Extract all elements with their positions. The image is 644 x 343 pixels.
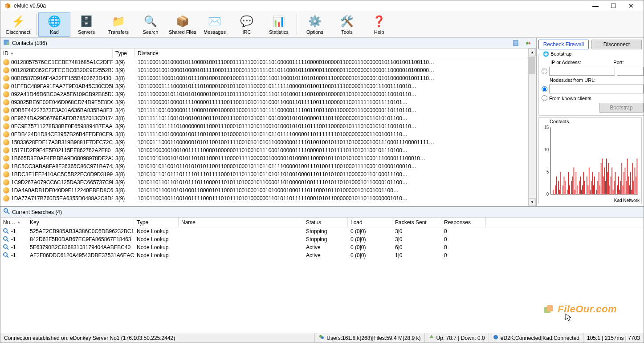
- cell-type: 3(9): [113, 59, 135, 65]
- svg-rect-13: [558, 181, 559, 194]
- table-row[interactable]: 1C9D267A079CC6C125DA3FC665737C9E3(9)1010…: [0, 178, 528, 186]
- col-load[interactable]: Load: [348, 218, 392, 227]
- node-orb-icon: [3, 179, 9, 186]
- kad-button[interactable]: 🌐Kad: [38, 12, 70, 37]
- cell-pkt: 3|0: [392, 228, 441, 234]
- right-disconnect-button[interactable]: Disconnect: [591, 40, 642, 49]
- cell-distance: 1011100000101101010100001001011011110101…: [135, 91, 528, 97]
- svg-rect-51: [606, 158, 607, 194]
- disconnect-button[interactable]: ⚡Disconnect: [2, 12, 34, 37]
- cell-id: 1B665D8E0AF4FBBBA9D08098978DF2A0: [11, 155, 113, 161]
- statistics-button[interactable]: 📊Statistics: [263, 12, 295, 37]
- shared-files-button[interactable]: 📦Shared Files: [167, 12, 199, 37]
- svg-rect-38: [591, 181, 592, 194]
- table-row[interactable]: 092A41D46D6BC0A2A5F6109CB92B85D03(9)1011…: [0, 90, 528, 98]
- table-row[interactable]: 15171D2F9F4E5F02115EF862762A2E803(9)1010…: [0, 146, 528, 154]
- svg-rect-20: [568, 172, 569, 194]
- col-key[interactable]: Key: [27, 218, 134, 227]
- servers-button[interactable]: 🗄️Servers: [70, 12, 102, 37]
- bootstrap-button[interactable]: Bootstrap: [599, 103, 644, 113]
- table-row[interactable]: 1DA4A0ADB1DF040D9F112240EBED8C693(8)1010…: [0, 186, 528, 194]
- table-row[interactable]: -1842D63F5B0DAB67EC9FA865867F18463Node L…: [0, 235, 644, 243]
- ip-radio[interactable]: [542, 69, 547, 74]
- tools-button[interactable]: 🛠️Tools: [331, 12, 363, 37]
- table-row[interactable]: 1BDC3F1EF2410AC5C5B22FC0D9D319903(8)1010…: [0, 170, 528, 178]
- svg-rect-64: [621, 163, 622, 194]
- cell-id: 0E9674DA29D6769EAFDB7852013CD174: [11, 115, 113, 121]
- transfers-icon: 📁: [111, 14, 126, 28]
- transfers-button[interactable]: 📁Transfers: [102, 12, 135, 37]
- table-row[interactable]: 15033628FDF17A3B319B9881F7DFC72C3(9)1010…: [0, 138, 528, 146]
- contacts-tool2-button[interactable]: [524, 39, 533, 48]
- svg-rect-75: [633, 181, 634, 194]
- scroll-thumb[interactable]: [529, 56, 535, 74]
- port-input[interactable]: [617, 67, 644, 76]
- ip-input[interactable]: [549, 67, 615, 76]
- options-button[interactable]: ⚙️Options: [299, 12, 331, 37]
- minimize-button[interactable]: —: [587, 0, 604, 11]
- port-label: Port:: [613, 60, 644, 65]
- table-row[interactable]: 00128057576CC1EEBE7481685A1C2DFF3(9)1011…: [0, 58, 528, 66]
- table-row[interactable]: -1AF2F06DDC6120A49543DBE37531A6EACNode L…: [0, 251, 644, 259]
- cell-distance: 1010101011001011010101011001100001000101…: [135, 163, 528, 169]
- svg-text:0: 0: [546, 192, 549, 197]
- cell-type: 3(8): [113, 115, 135, 121]
- toolbar-label: Transfers: [108, 29, 129, 35]
- svg-rect-56: [611, 168, 612, 194]
- svg-rect-59: [615, 172, 616, 194]
- table-row[interactable]: 1B665D8E0AF4FBBBA9D08098978DF2A03(8)1010…: [0, 154, 528, 162]
- col-type[interactable]: Type: [113, 48, 135, 58]
- svg-rect-67: [625, 168, 626, 194]
- help-button[interactable]: ❓Help: [363, 12, 395, 37]
- contacts-scrollbar[interactable]: ▲ ▼: [528, 48, 536, 206]
- table-row[interactable]: 0012828D362CF2FECDC0B20C9E2552B03(9)1011…: [0, 66, 528, 74]
- cell-id: 1BDC3F1EF2410AC5C5B22FC0D9D31990: [11, 171, 113, 178]
- search-button[interactable]: 🔍Search: [135, 12, 167, 37]
- table-row[interactable]: 0E9674DA29D6769EAFDB7852013CD1743(8)1011…: [0, 114, 528, 122]
- col-num[interactable]: Nu… ▲: [0, 218, 27, 227]
- cell-type: 3(8): [113, 75, 135, 81]
- cell-distance: 1010010000010010011111000010000001101001…: [135, 147, 528, 153]
- table-row[interactable]: 1BC5CC3ABA8FA8F36365C86C971BA7433(9)1010…: [0, 162, 528, 170]
- svg-text:15: 15: [544, 125, 549, 130]
- table-row[interactable]: 0FC9E75711278B38BF0E6598894B7EAA3(9)1011…: [0, 122, 528, 130]
- col-pkt[interactable]: Packets Sent: [392, 218, 441, 227]
- col-status[interactable]: Status: [303, 218, 348, 227]
- col-name[interactable]: Name: [179, 218, 303, 227]
- cell-type: 3(9): [113, 83, 135, 89]
- node-orb-icon: [3, 91, 9, 97]
- col-stype[interactable]: Type: [134, 218, 179, 227]
- contacts-tool1-button[interactable]: [512, 39, 521, 48]
- col-id[interactable]: ID ▲: [0, 48, 113, 58]
- svg-rect-41: [594, 177, 595, 194]
- svg-rect-18: [565, 181, 566, 194]
- table-row[interactable]: -15E63790B2C83683103179404AABFBC40Node L…: [0, 243, 644, 251]
- searches-label: Current Searches (4): [12, 209, 62, 215]
- nodes-url-input[interactable]: [549, 85, 644, 93]
- known-clients-radio[interactable]: [542, 95, 547, 101]
- table-row[interactable]: 1DA77A717B760D5EA6355D0488A2C8D23(9)1010…: [0, 194, 528, 202]
- table-row[interactable]: 00BB587D916F4A32FF155B402673D4303(8)1011…: [0, 74, 528, 82]
- maximize-button[interactable]: ☐: [604, 0, 622, 11]
- status-users: Users:161.8 k(268)|Files:59.4 M(28.9 k): [315, 333, 424, 343]
- nodes-radio[interactable]: [542, 86, 547, 92]
- table-row[interactable]: -1525AE2CB985AB3A386C0C6DB96232BC1Node L…: [0, 227, 644, 235]
- svg-line-86: [7, 248, 8, 250]
- table-row[interactable]: 01FFBC489FA91FAA7F9E0AB45C30CD5B3(9)1011…: [0, 82, 528, 90]
- svg-rect-16: [562, 186, 563, 194]
- scroll-up-button[interactable]: ▲: [529, 48, 536, 56]
- svg-rect-36: [589, 168, 590, 194]
- scroll-down-button[interactable]: ▼: [529, 198, 536, 206]
- table-row[interactable]: 0DB5F44227373E3A01A636BA835BA8F33(4)1011…: [0, 106, 528, 114]
- table-row[interactable]: 0FDB424D1D84CF3957B26B4FFDF8CF9A3(8)1011…: [0, 130, 528, 138]
- recheck-firewall-button[interactable]: Recheck Firewall: [538, 40, 589, 49]
- svg-rect-32: [583, 172, 584, 194]
- svg-rect-15: [560, 172, 561, 194]
- messages-button[interactable]: ✉️Messages: [199, 12, 231, 37]
- col-resp[interactable]: Responses: [441, 218, 486, 227]
- close-button[interactable]: ✕: [622, 0, 640, 11]
- col-distance[interactable]: Distance: [135, 48, 528, 58]
- svg-rect-33: [584, 181, 585, 194]
- irc-button[interactable]: 💬IRC: [231, 12, 263, 37]
- table-row[interactable]: 093025BE6E00E046D068CD74D9F5E8DC3(9)1011…: [0, 98, 528, 106]
